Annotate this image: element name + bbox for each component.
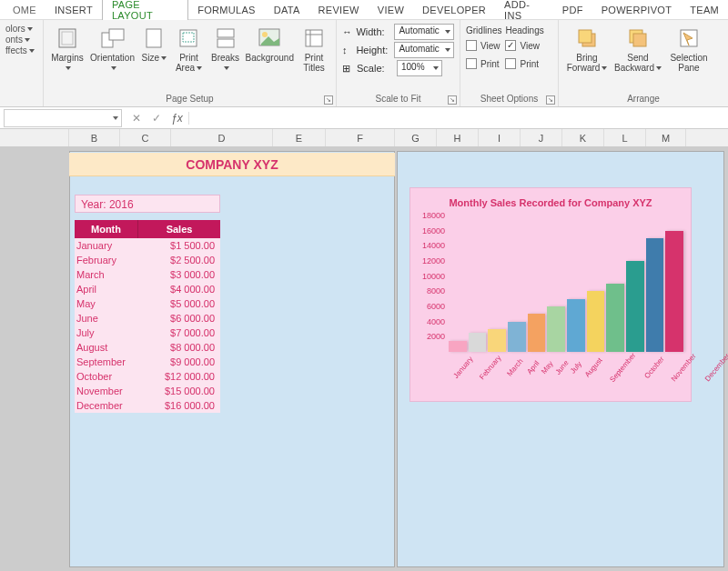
col-header-I[interactable]: I	[479, 129, 521, 146]
table-row[interactable]: February$2 500.00	[75, 253, 220, 267]
svg-point-10	[262, 32, 268, 37]
orientation-button[interactable]: Orientation	[89, 24, 136, 75]
scale-input[interactable]: 100%	[397, 60, 442, 76]
table-row[interactable]: March$3 000.00	[75, 267, 220, 282]
gridlines-print-check[interactable]	[466, 58, 477, 69]
tab-ome[interactable]: OME	[4, 1, 46, 19]
table-row[interactable]: August$8 000.00	[75, 340, 220, 355]
year-cell[interactable]: Year: 2016	[75, 195, 220, 213]
group-sheet-options: Gridlines View Print Headings View Print…	[460, 20, 559, 106]
tab-formulas[interactable]: FORMULAS	[188, 1, 265, 19]
table-row[interactable]: January$1 500.00	[75, 238, 220, 253]
worksheet-area[interactable]: COMPANY XYZ Year: 2016 Month Sales Janua…	[0, 147, 728, 571]
scale-launcher[interactable]: ↘	[448, 95, 457, 105]
col-header-J[interactable]: J	[521, 129, 562, 146]
view-label2: View	[520, 41, 540, 51]
cell-month: November	[75, 384, 138, 398]
tab-team[interactable]: Team	[681, 1, 728, 19]
col-header-G[interactable]: G	[395, 129, 437, 146]
table-row[interactable]: June$6 000.00	[75, 311, 220, 326]
table-row[interactable]: September$9 000.00	[75, 355, 220, 369]
company-title: COMPANY XYZ	[69, 153, 395, 176]
ytick: 6000	[427, 302, 445, 311]
sales-table: Month Sales January$1 500.00February$2 5…	[75, 220, 220, 413]
svg-rect-3	[109, 29, 124, 40]
table-row[interactable]: October$12 000.00	[75, 369, 220, 384]
tab-pdf[interactable]: PDF	[553, 1, 592, 19]
print-titles-button[interactable]: Print Titles	[298, 24, 330, 75]
bar	[587, 291, 605, 352]
sheet-options-launcher[interactable]: ↘	[546, 95, 555, 105]
cell-month: May	[75, 296, 138, 311]
col-header-B[interactable]: B	[69, 129, 120, 146]
breaks-button[interactable]: Breaks	[209, 24, 242, 75]
selection-pane-button[interactable]: Selection Pane	[666, 24, 712, 75]
group-page-setup: Margins Orientation Size Print Area Brea…	[44, 20, 337, 106]
cell-sales: $6 000.00	[138, 311, 220, 326]
cell-sales: $5 000.00	[138, 296, 220, 311]
table-row[interactable]: November$15 000.00	[75, 384, 220, 398]
col-header-K[interactable]: K	[562, 129, 604, 146]
table-row[interactable]: May$5 000.00	[75, 296, 220, 311]
cancel-icon[interactable]: ✕	[129, 112, 144, 125]
cell-sales: $8 000.00	[138, 340, 220, 355]
tab-powerpivot[interactable]: POWERPIVOT	[592, 1, 682, 19]
cell-sales: $4 000.00	[138, 282, 220, 296]
col-header-F[interactable]: F	[326, 129, 395, 146]
cell-month: February	[75, 253, 138, 267]
group-label-scale: Scale to Fit	[342, 92, 454, 105]
cell-sales: $9 000.00	[138, 355, 220, 369]
table-row[interactable]: July$7 000.00	[75, 326, 220, 340]
tab-insert[interactable]: INSERT	[46, 1, 102, 19]
page-setup-launcher[interactable]: ↘	[324, 95, 333, 105]
headings-print-check[interactable]	[505, 58, 516, 69]
bar	[528, 314, 546, 352]
background-button[interactable]: Background	[246, 24, 294, 65]
cell-month: October	[75, 369, 138, 384]
margins-button[interactable]: Margins	[49, 24, 86, 75]
chart-title: Monthly Sales Recorded for Company XYZ	[416, 194, 685, 215]
bar	[508, 322, 526, 352]
col-header-L[interactable]: L	[604, 129, 646, 146]
tab-developer[interactable]: DEVELOPER	[413, 1, 495, 19]
headings-view-check[interactable]	[505, 40, 516, 51]
print-area-button[interactable]: Print Area	[172, 24, 205, 75]
svg-rect-8	[217, 39, 234, 47]
cell-sales: $12 000.00	[138, 369, 220, 384]
table-row[interactable]: December$16 000.00	[75, 398, 220, 413]
table-row[interactable]: April$4 000.00	[75, 282, 220, 296]
tab-view[interactable]: VIEW	[369, 1, 413, 19]
enter-icon[interactable]: ✓	[149, 112, 164, 125]
themes-fonts[interactable]: onts	[5, 35, 30, 45]
send-backward-button[interactable]: Send Backward	[613, 24, 662, 75]
col-header-M[interactable]: M	[646, 129, 686, 146]
col-header-H[interactable]: H	[437, 129, 479, 146]
bring-forward-button[interactable]: Bring Forward	[564, 24, 610, 75]
col-header-C[interactable]: C	[120, 129, 171, 146]
cell-month: March	[75, 267, 138, 282]
ytick: 16000	[422, 226, 445, 235]
scale-label: Scale:	[357, 63, 393, 74]
svg-rect-17	[633, 34, 646, 46]
gridlines-view-check[interactable]	[466, 40, 477, 51]
table-header: Month Sales	[75, 220, 220, 238]
sales-chart[interactable]: Monthly Sales Recorded for Company XYZ 2…	[410, 187, 692, 402]
name-box[interactable]	[4, 109, 122, 127]
tab-data[interactable]: DATA	[265, 1, 309, 19]
themes-colors[interactable]: olors	[5, 24, 33, 34]
width-select[interactable]: Automatic	[394, 24, 454, 40]
svg-rect-4	[147, 29, 161, 47]
height-select[interactable]: Automatic	[394, 42, 454, 58]
cell-sales: $1 500.00	[138, 238, 220, 253]
themes-effects[interactable]: ffects	[5, 45, 35, 55]
col-header-E[interactable]: E	[273, 129, 326, 146]
group-themes: olors onts ffects	[0, 20, 44, 106]
fx-icon[interactable]: ƒx	[171, 112, 189, 125]
col-header-D[interactable]: D	[171, 129, 273, 146]
bar	[626, 261, 644, 352]
tab-review[interactable]: REVIEW	[309, 1, 369, 19]
bar	[469, 333, 487, 352]
bar	[646, 238, 664, 352]
group-label-arrange: Arrange	[564, 92, 723, 105]
size-button[interactable]: Size	[139, 24, 168, 65]
